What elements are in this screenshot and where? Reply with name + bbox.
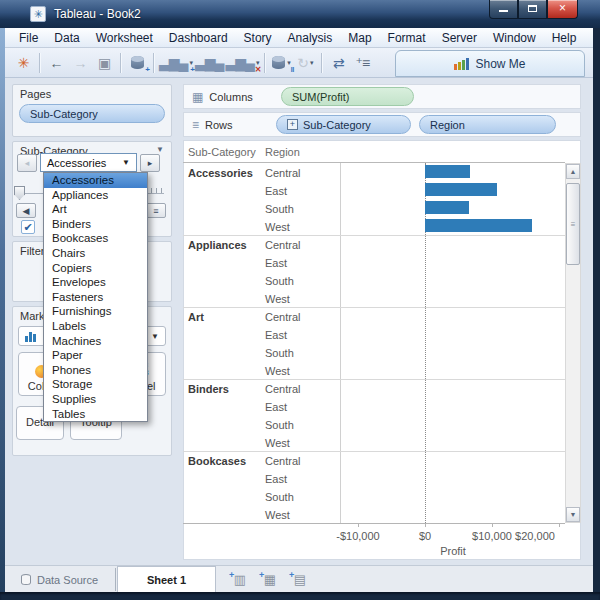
columns-label: Columns <box>209 91 267 103</box>
region-label: Central <box>265 455 300 467</box>
rows-pill-sub-category[interactable]: + Sub-Category <box>276 115 411 134</box>
toolbar-separator <box>120 53 121 73</box>
toolbar-separator <box>264 53 265 73</box>
show-history-checkbox[interactable]: ✔ <box>21 220 35 234</box>
dropdown-option-storage[interactable]: Storage <box>44 377 147 392</box>
dropdown-option-phones[interactable]: Phones <box>44 363 147 378</box>
dropdown-option-fasteners[interactable]: Fasteners <box>44 290 147 305</box>
category-label-art: Art <box>188 311 204 323</box>
menu-file[interactable]: File <box>11 31 46 45</box>
expand-icon[interactable]: + <box>287 119 298 130</box>
dropdown-option-art[interactable]: Art <box>44 202 147 217</box>
region-label: East <box>265 329 287 341</box>
pages-pill-sub-category[interactable]: Sub-Category <box>19 104 165 123</box>
dropdown-option-chairs[interactable]: Chairs <box>44 246 147 261</box>
region-label: South <box>265 419 294 431</box>
scroll-up-button[interactable]: ▲ <box>566 164 580 179</box>
rows-pill-region[interactable]: Region <box>419 115 556 134</box>
toolbar-separator <box>153 53 154 73</box>
dropdown-option-bookcases[interactable]: Bookcases <box>44 231 147 246</box>
playback-speed-button[interactable]: ≡ <box>146 203 166 218</box>
pause-auto-updates-icon[interactable]: ‖▾ <box>270 51 292 75</box>
dropdown-option-binders[interactable]: Binders <box>44 217 147 232</box>
chevron-down-icon[interactable]: ▼ <box>156 145 164 154</box>
tab-separator <box>115 568 116 591</box>
add-data-source-icon[interactable]: + <box>126 51 148 75</box>
window-title: Tableau - Book2 <box>54 7 141 21</box>
new-story-button[interactable]: +▤ <box>290 571 310 588</box>
menu-map[interactable]: Map <box>340 31 379 45</box>
data-source-label: Data Source <box>37 574 98 586</box>
tableau-logo-icon[interactable]: ✳ <box>12 51 34 75</box>
sheet1-tab-label: Sheet 1 <box>147 574 186 586</box>
region-label: West <box>265 509 290 521</box>
bar-accessories-west[interactable] <box>425 219 532 232</box>
dropdown-option-tables[interactable]: Tables <box>44 407 147 422</box>
region-label: West <box>265 221 290 233</box>
zero-reference-line <box>425 163 426 523</box>
bar-accessories-east[interactable] <box>425 183 497 196</box>
vertical-scrollbar[interactable]: ▲ ≡ ▼ <box>565 163 581 523</box>
dropdown-option-accessories[interactable]: Accessories <box>44 173 147 188</box>
bar-accessories-central[interactable] <box>425 165 470 178</box>
page-combobox[interactable]: Accessories ▼ <box>40 153 137 172</box>
maximize-button[interactable] <box>518 0 547 19</box>
region-label: Central <box>265 239 300 251</box>
columns-icon: ▦ <box>192 90 203 104</box>
data-source-tab[interactable]: Data Source <box>11 566 108 593</box>
region-label: West <box>265 437 290 449</box>
region-label: East <box>265 185 287 197</box>
previous-page-button[interactable]: ◂ <box>17 154 37 172</box>
menu-server[interactable]: Server <box>434 31 485 45</box>
new-worksheet-icon[interactable]: ▃▆▄+▾ <box>159 51 193 75</box>
dropdown-option-copiers[interactable]: Copiers <box>44 261 147 276</box>
save-icon[interactable]: ▣ <box>93 51 115 75</box>
bar-accessories-south[interactable] <box>425 201 469 214</box>
minimize-button[interactable] <box>489 0 518 19</box>
next-page-button[interactable]: ▸ <box>140 154 160 172</box>
sheet1-tab[interactable]: Sheet 1 <box>117 566 216 593</box>
status-bar: Data Source Sheet 1 +▥ +▦ +▤ <box>5 565 593 592</box>
menu-data[interactable]: Data <box>46 31 87 45</box>
forward-icon[interactable]: → <box>69 51 91 75</box>
run-update-icon[interactable]: ↻▾ <box>294 51 316 75</box>
swap-rows-columns-icon[interactable]: ⇄ <box>327 51 349 75</box>
title-bar[interactable]: ✳ Tableau - Book2 × <box>0 0 600 28</box>
menu-worksheet[interactable]: Worksheet <box>88 31 161 45</box>
columns-pill-sum-profit[interactable]: SUM(Profit) <box>281 87 414 106</box>
window-frame-left <box>0 28 5 592</box>
dropdown-option-envelopes[interactable]: Envelopes <box>44 275 147 290</box>
play-backward-button[interactable]: ◀ <box>16 203 36 218</box>
menu-help[interactable]: Help <box>544 31 585 45</box>
profit-bar-chart: Sub-CategoryRegionAccessoriesCentralEast… <box>183 140 581 564</box>
scroll-down-button[interactable]: ▼ <box>566 507 580 522</box>
region-label: South <box>265 491 294 503</box>
window-frame-bottom <box>0 592 600 600</box>
show-me-button[interactable]: Show Me <box>395 50 585 77</box>
dropdown-option-supplies[interactable]: Supplies <box>44 392 147 407</box>
dropdown-option-appliances[interactable]: Appliances <box>44 188 147 203</box>
dropdown-option-machines[interactable]: Machines <box>44 334 147 349</box>
new-dashboard-button[interactable]: +▦ <box>260 571 280 588</box>
close-button[interactable]: × <box>547 0 578 19</box>
clear-sheet-icon[interactable]: ▃▆▄✕▾ <box>225 51 259 75</box>
database-icon <box>21 574 31 585</box>
menu-window[interactable]: Window <box>485 31 544 45</box>
sort-icon[interactable]: ⁺≡ <box>351 51 373 75</box>
column-header-region: Region <box>265 146 300 158</box>
show-me-icon <box>454 58 469 70</box>
dropdown-option-furnishings[interactable]: Furnishings <box>44 304 147 319</box>
menu-analysis[interactable]: Analysis <box>280 31 341 45</box>
axis-tick-label: $20,000 <box>515 530 555 542</box>
column-header-sub-category: Sub-Category <box>188 146 256 158</box>
duplicate-sheet-icon[interactable]: ▃▆▄ <box>195 51 223 75</box>
menu-dashboard[interactable]: Dashboard <box>161 31 236 45</box>
scrollbar-thumb[interactable]: ≡ <box>566 183 580 265</box>
menu-story[interactable]: Story <box>236 31 280 45</box>
sub-category-dropdown-list: AccessoriesAppliancesArtBindersBookcases… <box>43 172 148 422</box>
dropdown-option-paper[interactable]: Paper <box>44 348 147 363</box>
new-worksheet-button[interactable]: +▥ <box>230 571 250 588</box>
dropdown-option-labels[interactable]: Labels <box>44 319 147 334</box>
menu-format[interactable]: Format <box>380 31 434 45</box>
back-icon[interactable]: ← <box>45 51 67 75</box>
